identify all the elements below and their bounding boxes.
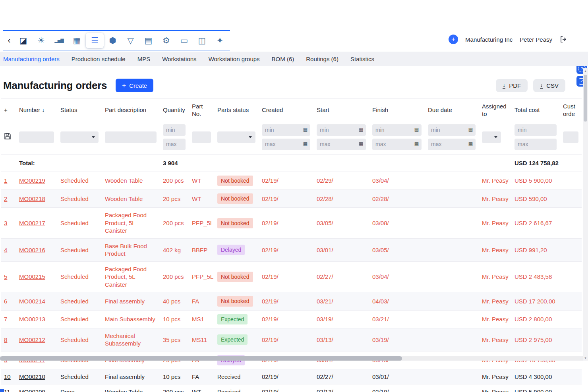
- col-quantity[interactable]: Quantity: [160, 99, 189, 122]
- col-due-date[interactable]: Due date: [425, 99, 479, 122]
- nav-item-production-schedule[interactable]: Production schedule: [72, 56, 126, 62]
- workstations-icon[interactable]: ▭: [175, 33, 193, 48]
- user-name[interactable]: Peter Peasy: [520, 36, 552, 43]
- order-number-link[interactable]: MO00217: [19, 220, 45, 226]
- table-row[interactable]: 5 MO00215 Scheduled Packaged Food Produc…: [1, 261, 582, 292]
- returns-icon[interactable]: ◫: [193, 33, 211, 48]
- crm-icon[interactable]: ☀: [32, 33, 50, 48]
- col-start[interactable]: Start: [313, 99, 369, 122]
- dashboard-icon[interactable]: ◪: [14, 33, 32, 48]
- number-filter-input[interactable]: [19, 131, 54, 143]
- calendar-icon[interactable]: ▦: [68, 33, 86, 48]
- calendar-icon[interactable]: ▦: [414, 127, 419, 133]
- table-row[interactable]: 2 MO00218 Scheduled Wooden Table 20 pcs …: [1, 190, 582, 208]
- calendar-icon[interactable]: ▦: [468, 141, 473, 147]
- row-index-link[interactable]: 7: [4, 316, 7, 322]
- col-total-cost[interactable]: Total cost: [511, 99, 560, 122]
- part-no-filter-input[interactable]: [192, 131, 211, 143]
- table-row[interactable]: 7 MO00213 Scheduled Main Subassembly 10 …: [1, 310, 582, 328]
- vertical-scroll-thumb[interactable]: [584, 75, 587, 122]
- order-number-link[interactable]: MO00218: [19, 195, 45, 202]
- pdf-button[interactable]: ↓ PDF: [496, 79, 528, 92]
- table-row[interactable]: 4 MO00216 Scheduled Base Bulk Food Produ…: [1, 238, 582, 261]
- part-no-text: BBFP: [192, 247, 207, 253]
- calendar-icon[interactable]: ▦: [359, 141, 363, 147]
- row-index-link[interactable]: 4: [4, 247, 7, 253]
- total-cost-max-input[interactable]: [514, 139, 557, 150]
- table-row[interactable]: 10 MO00210 Scheduled Final assembly 10 p…: [1, 369, 582, 384]
- add-column-button[interactable]: +: [4, 106, 8, 113]
- calendar-icon[interactable]: ▦: [468, 127, 473, 133]
- nav-item-workstations[interactable]: Workstations: [162, 56, 196, 62]
- row-index-link[interactable]: 8: [4, 336, 7, 343]
- nav-item-manufacturing-orders[interactable]: Manufacturing orders: [3, 56, 60, 62]
- order-number-link[interactable]: MO00214: [19, 298, 45, 305]
- production-planning-icon[interactable]: ☰: [86, 33, 104, 48]
- horizontal-scrollbar[interactable]: [0, 356, 583, 361]
- row-index-link[interactable]: 6: [4, 298, 7, 305]
- create-button[interactable]: + Create: [116, 79, 153, 92]
- row-index-link[interactable]: 11: [4, 388, 10, 392]
- parts-status-filter-select[interactable]: [217, 131, 255, 143]
- order-number-link[interactable]: MO00209: [19, 388, 45, 392]
- order-number-link[interactable]: MO00215: [19, 273, 45, 280]
- nav-item-bom-6[interactable]: BOM (6): [272, 56, 294, 62]
- ideas-icon[interactable]: ✦: [211, 33, 229, 48]
- assigned-to-filter-select[interactable]: [482, 131, 501, 143]
- order-number-link[interactable]: MO00213: [19, 316, 45, 322]
- stock-icon[interactable]: ⬢: [104, 33, 122, 48]
- row-index-link[interactable]: 2: [4, 195, 7, 202]
- table-row[interactable]: 8 MO00212 Scheduled Mechanical Subassemb…: [1, 328, 582, 351]
- back-button[interactable]: ‹: [4, 36, 14, 45]
- quantity-max-input[interactable]: [163, 139, 186, 150]
- quantity-min-input[interactable]: [163, 124, 186, 136]
- nav-item-statistics[interactable]: Statistics: [350, 56, 374, 62]
- col-part-no[interactable]: Part No.: [189, 99, 214, 122]
- calendar-icon[interactable]: ▦: [303, 141, 308, 147]
- nav-item-workstation-groups[interactable]: Workstation groups: [209, 56, 260, 62]
- calendar-icon[interactable]: ▦: [359, 127, 363, 133]
- row-index-link[interactable]: 10: [4, 373, 11, 380]
- statistics-icon[interactable]: ▂▅▇: [50, 33, 68, 48]
- logout-icon[interactable]: [559, 35, 567, 43]
- table-row[interactable]: 3 MO00217 Scheduled Packaged Food Produc…: [1, 208, 582, 239]
- row-index-link[interactable]: 1: [4, 177, 7, 184]
- order-number-link[interactable]: MO00216: [19, 247, 45, 253]
- col-part-description[interactable]: Part description: [102, 99, 160, 122]
- calendar-icon[interactable]: ▦: [414, 141, 419, 147]
- status-text: Scheduled: [60, 220, 89, 226]
- documents-icon[interactable]: ▤: [139, 33, 157, 48]
- settings-icon[interactable]: ⚙: [157, 33, 175, 48]
- procurement-icon[interactable]: ▽: [122, 33, 139, 48]
- total-cost-min-input[interactable]: [514, 124, 557, 136]
- col-number[interactable]: Number ↓: [16, 99, 57, 122]
- col-created[interactable]: Created: [259, 99, 313, 122]
- table-row[interactable]: 1 MO00219 Scheduled Wooden Table 200 pcs…: [1, 172, 582, 190]
- col-customer-order[interactable]: Cust orde: [560, 99, 582, 122]
- scroll-down-arrow[interactable]: ▼: [583, 355, 588, 361]
- save-filter-icon[interactable]: [4, 133, 11, 140]
- parts-status-badge: Expected: [217, 314, 248, 324]
- customer-order-filter-input[interactable]: [563, 131, 578, 143]
- csv-button[interactable]: ↓ CSV: [533, 79, 565, 92]
- nav-item-mps[interactable]: MPS: [137, 56, 151, 62]
- col-status[interactable]: Status: [57, 99, 102, 122]
- order-number-link[interactable]: MO00219: [19, 177, 45, 184]
- col-parts-status[interactable]: Parts status: [214, 99, 259, 122]
- quick-add-button[interactable]: +: [449, 35, 458, 44]
- horizontal-scroll-thumb[interactable]: [0, 356, 402, 361]
- col-assigned-to[interactable]: Assigned to: [479, 99, 511, 122]
- nav-item-routings-6[interactable]: Routings (6): [306, 56, 338, 62]
- order-number-link[interactable]: MO00212: [19, 336, 45, 343]
- table-row[interactable]: 6 MO00214 Scheduled Final assembly 40 pc…: [1, 292, 582, 310]
- calendar-icon[interactable]: ▦: [303, 127, 308, 133]
- row-index-link[interactable]: 5: [4, 273, 7, 280]
- table-row[interactable]: 11 MO00209 Done Wooden Table 200 pcs WT …: [1, 384, 582, 392]
- col-finish[interactable]: Finish: [369, 99, 425, 122]
- status-filter-select[interactable]: [60, 131, 99, 143]
- order-number-link[interactable]: MO00210: [19, 373, 45, 380]
- description-filter-input[interactable]: [105, 131, 157, 143]
- scroll-up-arrow[interactable]: ▲: [583, 68, 588, 73]
- row-index-link[interactable]: 3: [4, 220, 7, 226]
- vertical-scrollbar[interactable]: ▲ ▼: [583, 68, 588, 361]
